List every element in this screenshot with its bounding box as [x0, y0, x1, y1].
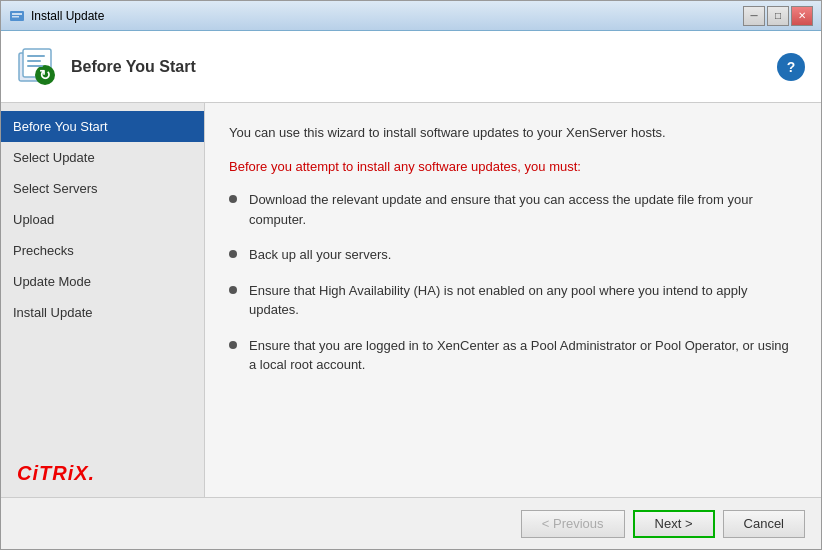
citrix-logo: CiTRiX.	[1, 450, 204, 497]
bullet-dot	[229, 250, 237, 258]
sidebar-item-select-update[interactable]: Select Update	[1, 142, 204, 173]
sidebar-item-update-mode[interactable]: Update Mode	[1, 266, 204, 297]
content-area: You can use this wizard to install softw…	[205, 103, 821, 497]
warning-text: Before you attempt to install any softwa…	[229, 157, 797, 177]
svg-rect-7	[27, 55, 45, 57]
sidebar-item-prechecks[interactable]: Prechecks	[1, 235, 204, 266]
bullet-list: Download the relevant update and ensure …	[229, 190, 797, 375]
intro-text: You can use this wizard to install softw…	[229, 123, 797, 143]
header: ↻ Before You Start ?	[1, 31, 821, 103]
svg-rect-1	[12, 13, 22, 15]
list-item: Download the relevant update and ensure …	[229, 190, 797, 229]
title-bar: Install Update ─ □ ✕	[1, 1, 821, 31]
svg-rect-2	[12, 16, 19, 18]
minimize-button[interactable]: ─	[743, 6, 765, 26]
close-button[interactable]: ✕	[791, 6, 813, 26]
svg-rect-8	[27, 60, 41, 62]
list-item: Ensure that High Availability (HA) is no…	[229, 281, 797, 320]
header-icon: ↻	[17, 47, 57, 87]
bullet-dot	[229, 195, 237, 203]
previous-button[interactable]: < Previous	[521, 510, 625, 538]
title-bar-buttons: ─ □ ✕	[743, 6, 813, 26]
header-title: Before You Start	[71, 58, 777, 76]
sidebar-item-select-servers[interactable]: Select Servers	[1, 173, 204, 204]
bullet-dot	[229, 286, 237, 294]
next-button[interactable]: Next >	[633, 510, 715, 538]
sidebar-item-upload[interactable]: Upload	[1, 204, 204, 235]
footer: < Previous Next > Cancel	[1, 497, 821, 549]
sidebar-nav: Before You Start Select Update Select Se…	[1, 103, 204, 450]
list-item: Back up all your servers.	[229, 245, 797, 265]
sidebar-item-install-update[interactable]: Install Update	[1, 297, 204, 328]
main-window: Install Update ─ □ ✕ ↻ Before You Start …	[0, 0, 822, 550]
help-button[interactable]: ?	[777, 53, 805, 81]
sidebar: Before You Start Select Update Select Se…	[1, 103, 205, 497]
window-title: Install Update	[31, 9, 743, 23]
cancel-button[interactable]: Cancel	[723, 510, 805, 538]
sidebar-item-before-you-start[interactable]: Before You Start	[1, 111, 204, 142]
bullet-dot	[229, 341, 237, 349]
window-icon	[9, 8, 25, 24]
list-item: Ensure that you are logged in to XenCent…	[229, 336, 797, 375]
svg-text:↻: ↻	[39, 67, 51, 83]
main-content: Before You Start Select Update Select Se…	[1, 103, 821, 497]
svg-rect-9	[27, 65, 43, 67]
maximize-button[interactable]: □	[767, 6, 789, 26]
